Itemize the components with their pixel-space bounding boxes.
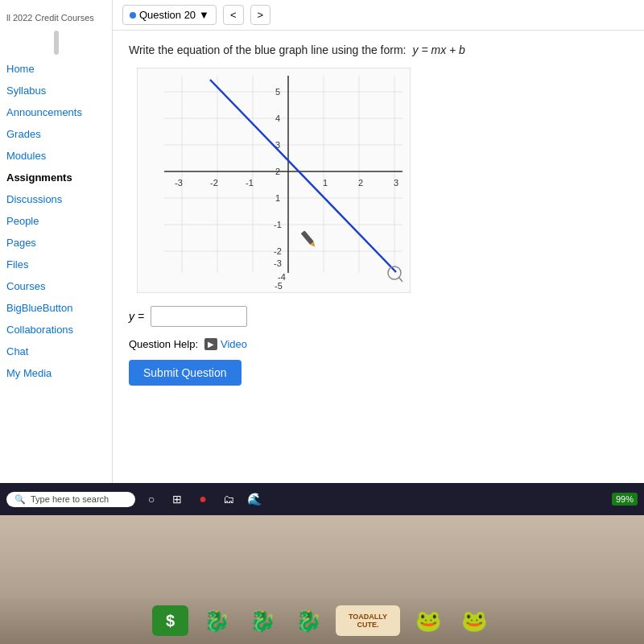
svg-text:-3: -3 [175, 178, 183, 188]
sticker-frog2: 🐸 [456, 605, 492, 636]
svg-text:2: 2 [358, 178, 363, 188]
battery-indicator: 99% [612, 493, 638, 506]
video-link[interactable]: ▶ Video [204, 338, 247, 350]
prev-question-button[interactable]: < [223, 5, 244, 25]
sidebar-item-mymedia[interactable]: My Media [0, 362, 112, 384]
sticker-dragon3: 🐉 [290, 605, 326, 636]
sidebar-item-courses[interactable]: Courses [0, 275, 112, 297]
screen: ll 2022 Credit Courses Home Syllabus Ann… [0, 0, 644, 515]
sidebar-item-pages[interactable]: Pages [0, 232, 112, 254]
top-bar: Question 20 ▼ < > [113, 0, 644, 31]
svg-text:2: 2 [275, 167, 280, 176]
svg-text:-1: -1 [274, 220, 282, 229]
question-text: Write the equation of the blue graph lin… [129, 43, 628, 56]
answer-label: y = [129, 310, 144, 323]
sticker-dragon2: 🐉 [244, 605, 280, 636]
sidebar-item-assignments[interactable]: Assignments [0, 167, 112, 188]
svg-text:5: 5 [275, 87, 280, 97]
sidebar-item-collaborations[interactable]: Collaborations [0, 319, 112, 341]
sidebar-item-announcements[interactable]: Announcements [0, 101, 112, 123]
sidebar-item-files[interactable]: Files [0, 254, 112, 275]
taskbar-edge-btn[interactable]: 🌊 [245, 489, 264, 509]
svg-text:-5: -5 [275, 281, 283, 291]
sidebar-scrollbar[interactable] [54, 31, 59, 55]
svg-text:-2: -2 [210, 178, 218, 188]
sticker-dollar: $ [152, 605, 188, 636]
help-label: Question Help: [129, 338, 198, 350]
next-question-button[interactable]: > [250, 5, 271, 25]
sidebar-item-discussions[interactable]: Discussions [0, 188, 112, 210]
svg-text:-1: -1 [246, 178, 254, 188]
sticker-dragon1: 🐉 [198, 605, 234, 636]
taskbar-folder-btn[interactable]: 🗂 [219, 489, 238, 509]
sidebar-item-modules[interactable]: Modules [0, 145, 112, 167]
question-dot [130, 12, 136, 19]
search-placeholder-text: Type here to search [31, 494, 109, 504]
dropdown-icon[interactable]: ▼ [199, 9, 209, 21]
question-help: Question Help: ▶ Video [129, 338, 628, 350]
video-label: Video [221, 338, 247, 350]
laptop-bottom: $ 🐉 🐉 🐉 TOADALLY CUTE. 🐸 🐸 [0, 515, 644, 644]
question-area: Write the equation of the blue graph lin… [113, 31, 644, 398]
sidebar-item-chat[interactable]: Chat [0, 341, 112, 362]
svg-text:1: 1 [275, 193, 280, 203]
taskbar-record-btn[interactable]: ● [193, 489, 213, 509]
sidebar-item-grades[interactable]: Grades [0, 123, 112, 145]
sidebar-item-bigbluebutton[interactable]: BigBlueButton [0, 297, 112, 319]
main-content: Question 20 ▼ < > Write the equation of … [113, 0, 644, 515]
sidebar: ll 2022 Credit Courses Home Syllabus Ann… [0, 0, 113, 515]
answer-input[interactable] [151, 306, 247, 327]
sticker-frog1: 🐸 [410, 605, 446, 636]
svg-text:-3: -3 [274, 258, 282, 268]
question-label: Question 20 [139, 9, 196, 21]
answer-row: y = [129, 306, 628, 327]
taskbar-circle-btn[interactable]: ○ [142, 489, 161, 509]
question-prompt: Write the equation of the blue graph lin… [129, 43, 407, 56]
sidebar-header: ll 2022 Credit Courses [0, 8, 112, 27]
video-icon: ▶ [204, 338, 217, 350]
question-formula: y = mx + b [413, 43, 465, 56]
search-icon: 🔍 [14, 494, 26, 505]
svg-text:1: 1 [323, 178, 328, 188]
graph-container: -3 -2 -1 1 2 3 5 4 3 2 1 -1 -2 -3 -4 [137, 68, 411, 293]
svg-text:3: 3 [394, 178, 398, 188]
sidebar-item-syllabus[interactable]: Syllabus [0, 80, 112, 101]
sticker-toadally: TOADALLY CUTE. [336, 605, 400, 636]
search-bar[interactable]: 🔍 Type here to search [6, 492, 135, 507]
taskbar: 🔍 Type here to search ○ ⊞ ● 🗂 🌊 99% [0, 483, 644, 515]
svg-text:4: 4 [275, 114, 280, 123]
taskbar-grid-btn[interactable]: ⊞ [167, 489, 187, 509]
sidebar-item-people[interactable]: People [0, 210, 112, 232]
submit-question-button[interactable]: Submit Question [129, 360, 242, 386]
svg-text:-2: -2 [274, 246, 282, 256]
graph-svg: -3 -2 -1 1 2 3 5 4 3 2 1 -1 -2 -3 -4 [137, 68, 411, 293]
sidebar-item-home[interactable]: Home [0, 58, 112, 80]
question-selector[interactable]: Question 20 ▼ [122, 5, 217, 25]
